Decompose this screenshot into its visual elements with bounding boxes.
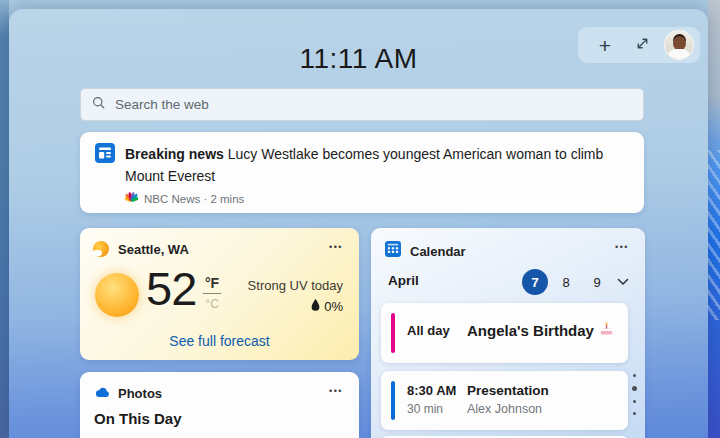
more-options-button[interactable]: •••	[325, 238, 347, 256]
weather-details: Strong UV today 0%	[248, 278, 343, 314]
precipitation-value: 0%	[324, 299, 343, 314]
event-color-bar	[391, 313, 395, 353]
event-time: 8:30 AM	[407, 383, 456, 398]
news-source: NBC News · 2 mins	[125, 192, 628, 205]
date-9[interactable]: 9	[584, 269, 610, 295]
more-options-button[interactable]: •••	[325, 382, 347, 400]
photos-title: Photos	[118, 386, 162, 401]
birthday-cake-icon	[599, 321, 614, 339]
calendar-event-presentation[interactable]: 8:30 AM 30 min Presentation Alex Johnson	[381, 371, 628, 430]
date-7-selected[interactable]: 7	[522, 269, 548, 295]
add-widget-button[interactable]: +	[590, 30, 620, 60]
more-options-button[interactable]: •••	[611, 238, 633, 256]
event-person: Alex Johnson	[467, 402, 542, 416]
calendar-widget[interactable]: Calendar ••• April 7 8 9 All day Angela'…	[371, 228, 645, 438]
unit-fahrenheit[interactable]: °F	[203, 275, 221, 294]
weather-location: Seattle, WA	[118, 242, 189, 257]
weather-header: Seattle, WA	[93, 241, 189, 257]
photos-widget[interactable]: Photos ••• On This Day	[80, 372, 359, 438]
unit-celsius[interactable]: °C	[203, 297, 221, 311]
calendar-header: Calendar	[385, 241, 466, 261]
event-title-text: Angela's Birthday	[467, 322, 594, 339]
search-input[interactable]	[115, 97, 633, 112]
panel-controls: +	[578, 27, 700, 63]
news-card[interactable]: Breaking news Lucy Westlake becomes youn…	[80, 132, 644, 213]
cloud-icon	[93, 384, 110, 402]
unit-toggle[interactable]: °F °C	[203, 275, 221, 311]
plus-icon: +	[599, 35, 611, 56]
see-full-forecast-link[interactable]: See full forecast	[80, 333, 359, 349]
desktop-wallpaper-right	[708, 0, 720, 438]
event-duration: 30 min	[407, 402, 443, 416]
weather-condition: Strong UV today	[248, 278, 343, 293]
scroll-dot	[633, 412, 636, 415]
event-title: Presentation	[467, 383, 549, 398]
avatar-shirt	[667, 49, 691, 60]
news-icon	[95, 143, 115, 187]
user-avatar[interactable]	[664, 30, 694, 60]
event-color-bar	[391, 381, 395, 420]
news-headline: Breaking news Lucy Westlake becomes youn…	[125, 143, 610, 187]
msn-weather-icon	[93, 241, 109, 257]
expand-button[interactable]	[627, 30, 657, 60]
temperature-value: 52	[146, 261, 196, 316]
news-tag: Breaking news	[125, 146, 224, 162]
photos-header: Photos	[93, 384, 162, 402]
search-bar[interactable]	[80, 88, 644, 121]
expand-icon	[634, 35, 651, 55]
scroll-dot	[633, 400, 636, 403]
calendar-event-birthday[interactable]: All day Angela's Birthday	[381, 303, 628, 363]
calendar-month: April	[388, 273, 419, 288]
scroll-indicator[interactable]	[631, 374, 637, 415]
avatar-face	[673, 36, 686, 50]
weather-widget[interactable]: Seattle, WA ••• 52 °F °C Strong UV today…	[80, 228, 359, 360]
widgets-panel: 11:11 AM +	[9, 9, 708, 438]
sun-icon	[95, 273, 139, 317]
scroll-dot	[633, 374, 636, 377]
date-8[interactable]: 8	[553, 269, 579, 295]
chevron-down-icon[interactable]	[617, 274, 629, 289]
droplet-icon	[311, 299, 320, 314]
calendar-title: Calendar	[410, 244, 466, 259]
photos-heading: On This Day	[94, 410, 182, 427]
calendar-icon	[385, 241, 401, 261]
news-source-text: NBC News · 2 mins	[144, 193, 244, 205]
desktop-wallpaper-left	[0, 0, 9, 438]
precipitation: 0%	[248, 299, 343, 314]
nbc-peacock-icon	[125, 192, 138, 205]
event-title: Angela's Birthday	[467, 321, 614, 339]
event-time: All day	[407, 323, 450, 338]
search-icon	[91, 95, 106, 114]
scroll-dot-active	[632, 386, 637, 391]
